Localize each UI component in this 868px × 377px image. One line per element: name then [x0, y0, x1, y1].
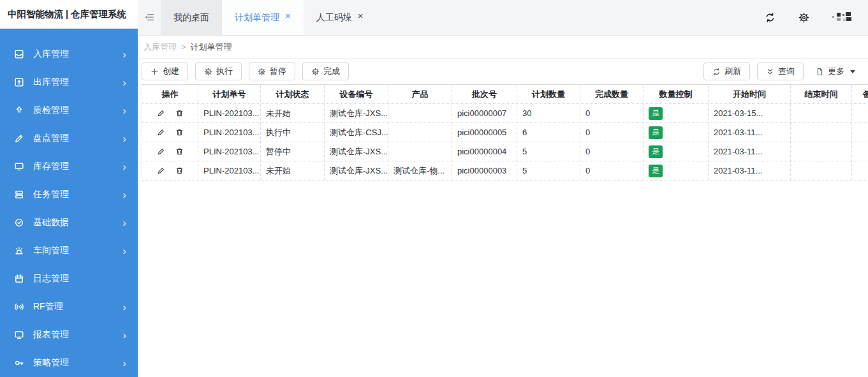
sidebar-item-outbound[interactable]: 出库管理›: [0, 68, 138, 96]
cell-qty_control: 是: [644, 123, 709, 142]
pixel-grid-icon[interactable]: [832, 12, 851, 23]
sidebar-menu: 入库管理›出库管理›质检管理›盘点管理›库存管理›任务管理›基础数据›车间管理›…: [0, 29, 138, 377]
cell-end_time: [791, 123, 852, 142]
sidebar-item-label: 入库管理: [33, 48, 69, 60]
edit-pencil-icon[interactable]: [157, 166, 165, 175]
refresh-icon[interactable]: [765, 12, 776, 23]
cell-device: 测试仓库-CSJ...: [325, 123, 388, 142]
chevron-right-icon: ›: [122, 49, 126, 60]
sidebar-item-label: 质检管理: [33, 105, 69, 116]
gear-icon[interactable]: [798, 12, 809, 23]
edit-pencil-icon[interactable]: [157, 147, 165, 156]
tab-my-desktop[interactable]: 我的桌面: [161, 0, 222, 35]
delete-trash-icon[interactable]: [175, 147, 184, 156]
create-button[interactable]: 创建: [142, 63, 188, 80]
breadcrumb-separator: >: [181, 42, 186, 52]
chevron-right-icon: ›: [122, 161, 126, 172]
cell-status: 执行中: [261, 123, 325, 142]
sidebar-item-workshop[interactable]: 车间管理›: [0, 237, 138, 265]
table-header-row: 操作计划单号计划状态设备编号产品批次号计划数量完成数量数量控制开始时间结束时间备…: [142, 85, 868, 104]
sidebar-item-label: 库存管理: [33, 161, 69, 172]
chevron-right-icon: ›: [122, 358, 126, 369]
complete-button[interactable]: 完成: [302, 63, 349, 80]
collapse-menu-icon: [144, 12, 155, 23]
key-icon: [14, 358, 24, 368]
button-label: 更多: [828, 66, 844, 77]
sidebar-item-reports[interactable]: 报表管理›: [0, 321, 138, 349]
chevron-right-icon: ›: [122, 189, 126, 200]
delete-trash-icon[interactable]: [175, 166, 184, 175]
table-row[interactable]: PLIN-202103...未开始测试仓库-JXS...pici00000007…: [142, 104, 868, 123]
plan-table-wrap: 操作计划单号计划状态设备编号产品批次号计划数量完成数量数量控制开始时间结束时间备…: [138, 84, 868, 181]
cell-product: [388, 123, 452, 142]
close-tab-icon[interactable]: ×: [358, 11, 364, 20]
cell-end_time: [791, 161, 852, 180]
sidebar-item-inbound[interactable]: 入库管理›: [0, 40, 138, 68]
more-button[interactable]: 更多: [811, 63, 860, 80]
table-row[interactable]: PLIN-202103...暂停中测试仓库-JXS...pici00000004…: [142, 142, 868, 161]
breadcrumb-parent[interactable]: 入库管理: [143, 41, 177, 53]
tab-plan-order-management[interactable]: 计划单管理×: [222, 0, 304, 35]
cell-start_time: 2021-03-11...: [709, 123, 791, 142]
sidebar-item-stocktake[interactable]: 盘点管理›: [0, 124, 138, 152]
delete-trash-icon[interactable]: [175, 109, 184, 117]
screen-icon: [14, 330, 24, 340]
cell-qty_control: 是: [644, 104, 709, 122]
column-header: 开始时间: [709, 85, 791, 103]
toolbar-left: 创建执行暂停完成: [142, 63, 356, 80]
cell-done_qty: 0: [580, 161, 644, 180]
delete-trash-icon[interactable]: [175, 128, 184, 137]
pause-button[interactable]: 暂停: [249, 63, 295, 80]
cell-device: 测试仓库-JXS...: [325, 161, 388, 180]
sidebar-item-logs[interactable]: 日志管理: [0, 265, 138, 293]
cell-plan_qty: 5: [517, 142, 580, 161]
monitor-icon: [14, 161, 24, 172]
query-button[interactable]: 查询: [757, 63, 804, 80]
app-window: 中阳智能物流 | 仓库管理系统 入库管理›出库管理›质检管理›盘点管理›库存管理…: [0, 0, 868, 377]
gear-icon: [311, 68, 320, 76]
sidebar-item-label: 基础数据: [33, 217, 69, 228]
column-header: 设备编号: [325, 85, 388, 103]
sidebar-item-label: 报表管理: [33, 329, 69, 341]
sidebar-item-rf[interactable]: RF管理›: [0, 293, 138, 321]
column-header: 计划单号: [198, 85, 261, 103]
topbar-icons: [765, 0, 868, 35]
document-icon: [816, 68, 824, 76]
table-row[interactable]: PLIN-202103...执行中测试仓库-CSJ...pici00000005…: [142, 123, 868, 142]
button-label: 暂停: [270, 66, 286, 77]
chevron-right-icon: ›: [122, 77, 126, 88]
cell-batch: pici00000007: [452, 104, 517, 122]
sidebar-item-strategy[interactable]: 策略管理›: [0, 349, 138, 377]
chevron-right-icon: ›: [122, 105, 126, 116]
cell-remark: [852, 104, 868, 122]
arrow-up-icon: [14, 105, 24, 115]
execute-button[interactable]: 执行: [195, 63, 242, 80]
close-tab-icon[interactable]: ×: [285, 11, 291, 20]
edit-pencil-icon[interactable]: [157, 128, 165, 137]
cell-done_qty: 0: [580, 104, 644, 122]
sidebar-item-inventory[interactable]: 库存管理›: [0, 152, 138, 181]
table-row[interactable]: PLIN-202103...未开始测试仓库-JXS...测试仓库-物...pic…: [142, 161, 868, 181]
calendar-icon: [14, 274, 24, 284]
edit-pencil-icon[interactable]: [157, 109, 165, 117]
row-actions-cell: [142, 142, 198, 161]
tab-bar: 我的桌面计划单管理×人工码垛×: [138, 0, 868, 36]
button-label: 完成: [323, 66, 340, 77]
cell-done_qty: 0: [580, 123, 644, 142]
chevron-right-icon: ›: [122, 218, 126, 228]
sidebar-item-quality[interactable]: 质检管理›: [0, 96, 138, 124]
cell-batch: pici00000003: [452, 161, 517, 180]
row-actions-cell: [142, 123, 198, 142]
refresh-button[interactable]: 刷新: [703, 63, 750, 80]
app-title: 中阳智能物流 | 仓库管理系统: [0, 0, 138, 29]
chevron-right-icon: ›: [122, 133, 126, 144]
cell-plan_qty: 30: [517, 104, 580, 122]
sidebar-item-tasks[interactable]: 任务管理›: [0, 181, 138, 209]
tab-manual-palletizing[interactable]: 人工码垛×: [304, 0, 376, 35]
cell-plan_no: PLIN-202103...: [198, 142, 261, 161]
cell-status: 暂停中: [261, 142, 325, 161]
cell-plan_qty: 6: [517, 123, 580, 142]
signal-icon: [14, 302, 24, 312]
sidebar-collapse-button[interactable]: [138, 0, 161, 35]
sidebar-item-base-data[interactable]: 基础数据›: [0, 209, 138, 237]
